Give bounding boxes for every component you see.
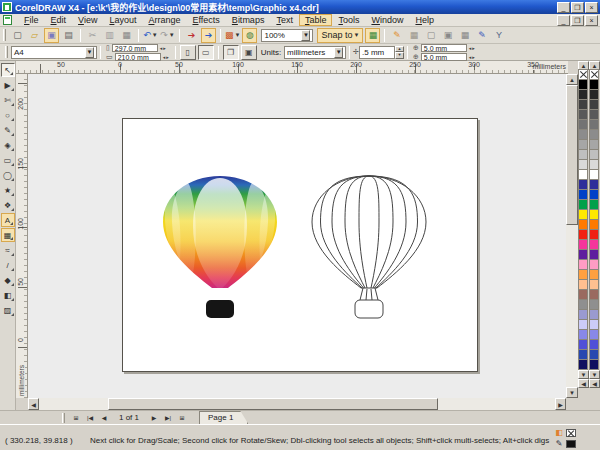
zoom-level-dropdown-icon[interactable]: ▼	[301, 30, 310, 41]
all-pages-button[interactable]: ❐	[223, 45, 239, 60]
import-icon[interactable]: ➔	[184, 28, 199, 43]
toolbar-grip[interactable]	[3, 29, 6, 41]
pen-settings-icon[interactable]: ✎	[474, 28, 489, 43]
units-combo[interactable]: millimeters ▼	[284, 46, 346, 59]
duplicate-x-stepper[interactable]: ◂▸	[469, 45, 476, 51]
paper-size-combo[interactable]: A4 ▼	[11, 46, 97, 59]
snap-to-dropdown-icon[interactable]: ▼	[354, 32, 360, 38]
zoom-tool[interactable]: ○	[1, 108, 15, 122]
current-page-button[interactable]: ▣	[241, 45, 257, 60]
text-tool[interactable]: A	[1, 213, 15, 227]
hscroll-thumb[interactable]	[108, 398, 438, 410]
menu-window[interactable]: Window	[365, 14, 409, 26]
drawing-viewport[interactable]	[28, 74, 566, 398]
options-icon[interactable]: ✎	[389, 28, 404, 43]
paste-icon[interactable]: ▦	[119, 28, 134, 43]
units-dropdown-icon[interactable]: ▼	[334, 47, 343, 58]
rectangle-tool[interactable]: ▭	[1, 153, 15, 167]
save-icon[interactable]: ▣	[44, 28, 59, 43]
duplicate-y-field[interactable]: 5.0 mm	[421, 53, 467, 61]
menu-table[interactable]: Table	[299, 14, 333, 26]
scroll-left-icon[interactable]: ◀	[28, 398, 39, 410]
paper-width-stepper[interactable]: ◂▸	[160, 45, 167, 51]
duplicate-y-stepper[interactable]: ◂▸	[469, 54, 476, 60]
menu-layout[interactable]: Layout	[103, 14, 142, 26]
outline-pen-tool[interactable]: ◆	[1, 273, 15, 287]
paper-height-stepper[interactable]: ◂▸	[163, 54, 170, 60]
color-swatch[interactable]	[589, 359, 599, 370]
doc-close-button[interactable]: ×	[585, 15, 598, 26]
no-color-swatch[interactable]	[589, 69, 599, 80]
add-page-button[interactable]: ⊞	[70, 412, 82, 424]
horizontal-scrollbar[interactable]: ◀ ▶	[28, 398, 566, 410]
doc-minimize-button[interactable]: _	[557, 15, 570, 26]
colored-balloon[interactable]	[163, 176, 277, 318]
add-page-button-right[interactable]: ⊞	[176, 412, 188, 424]
prev-page-button[interactable]: ◀	[98, 412, 110, 424]
shape-tool[interactable]: ▶	[1, 78, 15, 92]
doc-restore-button[interactable]: ❐	[571, 15, 584, 26]
next-page-button[interactable]: ▶	[148, 412, 160, 424]
table-tool[interactable]: ▦	[1, 228, 15, 242]
undo-dropdown-icon[interactable]: ▼	[152, 32, 158, 38]
menu-edit[interactable]: Edit	[45, 14, 73, 26]
ellipse-tool[interactable]: ◯	[1, 168, 15, 182]
interactive-fill-tool[interactable]: ▨	[1, 303, 15, 317]
vertical-ruler[interactable]: millimeters 200150100500	[16, 74, 28, 398]
redo-dropdown-icon[interactable]: ▼	[169, 32, 175, 38]
interactive-blend-tool[interactable]: ≈	[1, 243, 15, 257]
portrait-button[interactable]: ▯	[180, 45, 196, 60]
first-page-button[interactable]: |◀	[84, 412, 96, 424]
paper-size-dropdown-icon[interactable]: ▼	[85, 47, 94, 58]
color-swatch[interactable]	[578, 359, 588, 370]
application-launcher-icon[interactable]: ▩▼	[225, 28, 240, 43]
polygon-tool[interactable]: ★	[1, 183, 15, 197]
redo-icon[interactable]: ↷▼	[160, 28, 175, 43]
propbar-grip[interactable]	[5, 46, 8, 58]
freehand-tool[interactable]: ✎	[1, 123, 15, 137]
export-icon[interactable]: ➔	[201, 28, 216, 43]
restore-button[interactable]: ❐	[571, 2, 584, 13]
palette-scroll-down-icon[interactable]: ▼	[578, 370, 589, 379]
eyedropper-tool[interactable]: /	[1, 258, 15, 272]
basic-shapes-tool[interactable]: ❖	[1, 198, 15, 212]
paper-width-field[interactable]: 297.0 mm	[112, 44, 158, 52]
menu-bitmaps[interactable]: Bitmaps	[226, 14, 271, 26]
pick-tool[interactable]: ↖	[1, 63, 15, 77]
palette-scroll-down-icon[interactable]: ▼	[589, 370, 600, 379]
paper-height-field[interactable]: 210.0 mm	[115, 53, 161, 61]
duplicate-x-field[interactable]: 5.0 mm	[421, 44, 467, 52]
zoom-level-combo[interactable]: 100% ▼	[261, 29, 313, 42]
scroll-right-icon[interactable]: ▶	[555, 398, 566, 410]
menu-arrange[interactable]: Arrange	[142, 14, 186, 26]
minimize-button[interactable]: _	[557, 2, 570, 13]
application-launcher-dropdown-icon[interactable]: ▼	[235, 32, 241, 38]
last-page-button[interactable]: ▶|	[162, 412, 174, 424]
smart-fill-tool[interactable]: ◈	[1, 138, 15, 152]
snap-grid-icon[interactable]: ▦	[365, 28, 380, 43]
vscroll-thumb[interactable]	[566, 85, 578, 225]
page-canvas[interactable]	[122, 118, 478, 372]
undo-icon[interactable]: ↶▼	[143, 28, 158, 43]
menu-tools[interactable]: Tools	[332, 14, 365, 26]
copy-icon[interactable]: ▥	[102, 28, 117, 43]
menu-effects[interactable]: Effects	[186, 14, 225, 26]
welcome-screen-icon[interactable]: ◍	[242, 28, 257, 43]
crop-tool[interactable]: ✄	[1, 93, 15, 107]
menu-help[interactable]: Help	[409, 14, 440, 26]
window-icon[interactable]: ▣	[440, 28, 455, 43]
page-tab[interactable]: Page 1	[199, 411, 248, 424]
landscape-button[interactable]: ▭	[198, 45, 214, 60]
snap-to-button[interactable]: Snap to ▼	[317, 28, 363, 43]
document-icon[interactable]	[3, 15, 12, 25]
menu-view[interactable]: View	[72, 14, 103, 26]
nudge-field[interactable]: .5 mm	[359, 46, 395, 59]
close-button[interactable]: ×	[585, 2, 598, 13]
scroll-up-icon[interactable]: ▲	[566, 74, 578, 85]
fill-tool[interactable]: ◧	[1, 288, 15, 302]
outline-balloon[interactable]	[312, 176, 426, 318]
palette-expand-icon[interactable]: ◀	[578, 379, 589, 388]
open-icon[interactable]: ▱	[27, 28, 42, 43]
menu-text[interactable]: Text	[270, 14, 299, 26]
cut-icon[interactable]: ✂	[85, 28, 100, 43]
